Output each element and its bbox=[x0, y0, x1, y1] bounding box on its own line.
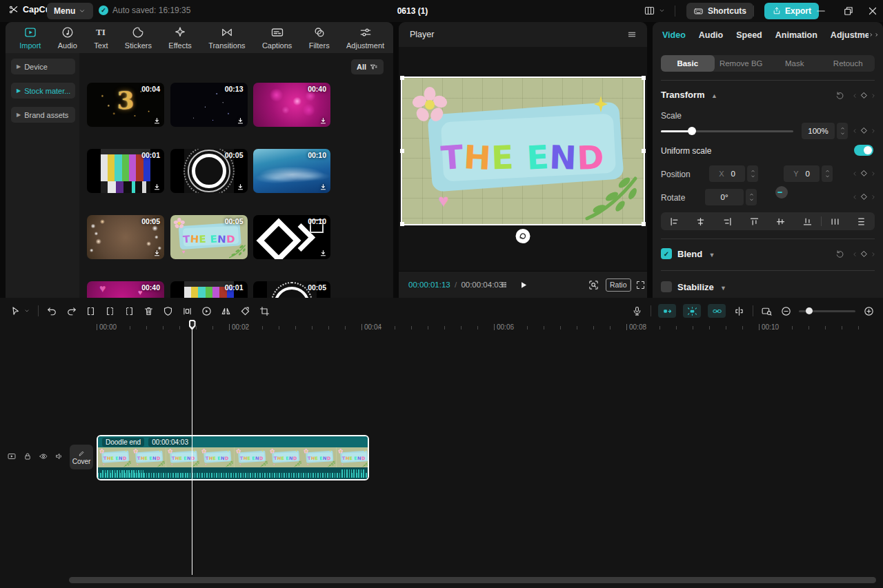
speaker-icon[interactable] bbox=[54, 452, 64, 461]
media-thumbnail-white-ring[interactable]: 00:05 bbox=[170, 149, 248, 193]
split-button[interactable] bbox=[85, 305, 97, 317]
speed-button[interactable] bbox=[201, 305, 212, 317]
sidebar-item-device[interactable]: ▶Device bbox=[11, 59, 75, 74]
record-voiceover-button[interactable] bbox=[631, 305, 643, 317]
align-middle-button[interactable] bbox=[768, 216, 795, 227]
download-icon[interactable] bbox=[319, 116, 328, 125]
media-thumbnail-the-end-doodle[interactable]: THE END♥00:05 bbox=[170, 215, 248, 259]
inspector-tab-video[interactable]: Video bbox=[662, 30, 686, 40]
download-icon[interactable] bbox=[236, 116, 245, 125]
player-menu-icon[interactable] bbox=[626, 29, 637, 40]
mirror-button[interactable] bbox=[220, 305, 232, 317]
scale-keyframe-control[interactable] bbox=[851, 126, 877, 135]
media-tab-stickers[interactable]: Stickers bbox=[117, 26, 161, 50]
split-keep-left-button[interactable] bbox=[104, 305, 116, 317]
fit-timeline-button[interactable] bbox=[761, 305, 773, 317]
fullscreen-icon[interactable] bbox=[635, 280, 646, 290]
media-thumbnail-ocean-waves[interactable]: 00:10 bbox=[253, 149, 330, 193]
download-icon[interactable] bbox=[152, 183, 161, 192]
frame-by-frame-icon[interactable] bbox=[498, 279, 510, 291]
slider-knob[interactable] bbox=[806, 307, 813, 314]
media-thumbnail-color-bars-2[interactable]: 00:01 bbox=[170, 281, 248, 298]
position-keyframe-control[interactable] bbox=[851, 169, 877, 178]
position-y-stepper[interactable] bbox=[822, 165, 833, 182]
preview-quality-icon[interactable] bbox=[588, 279, 599, 291]
timeline-zoom-out-button[interactable] bbox=[780, 305, 792, 317]
blend-checkbox[interactable]: ✓ bbox=[661, 248, 672, 259]
subtab-retouch[interactable]: Retouch bbox=[822, 55, 875, 72]
inspector-tab-animation[interactable]: Animation bbox=[775, 30, 817, 40]
scale-stepper[interactable] bbox=[837, 123, 848, 139]
rotate-dial[interactable] bbox=[775, 186, 788, 199]
video-canvas[interactable]: THE END♥ bbox=[402, 78, 644, 224]
inspector-tab-adjustme[interactable]: Adjustme bbox=[831, 30, 870, 40]
scale-slider[interactable] bbox=[661, 127, 793, 135]
transform-keyframe-control[interactable] bbox=[851, 91, 877, 100]
link-clips-toggle[interactable] bbox=[708, 304, 726, 318]
timeline-ruler[interactable]: 00:0000:0200:0400:0600:0800:10 bbox=[62, 321, 883, 334]
window-close-button[interactable] bbox=[866, 5, 879, 17]
rotate-stepper[interactable] bbox=[746, 189, 757, 205]
crop-button[interactable] bbox=[259, 305, 270, 317]
media-tab-captions[interactable]: Captions bbox=[254, 26, 301, 50]
horizontal-scrollbar[interactable] bbox=[69, 577, 876, 583]
align-top-button[interactable] bbox=[741, 216, 768, 227]
preview-axis-toggle[interactable] bbox=[733, 305, 745, 317]
media-thumbnail-warm-bokeh[interactable]: 00:05 bbox=[87, 215, 164, 259]
shortcuts-button[interactable]: Shortcuts bbox=[686, 3, 753, 19]
blend-header[interactable]: Blend ▼ bbox=[677, 249, 715, 259]
align-center-h-button[interactable] bbox=[688, 216, 715, 227]
timeline-clip[interactable]: Doodle end 00:00:04:03 THE END♥THE END♥T… bbox=[97, 435, 369, 480]
download-icon[interactable] bbox=[152, 249, 161, 258]
media-thumbnail-bw-diamonds[interactable]: 00:10 bbox=[253, 215, 330, 259]
sidebar-item-stock-mater-[interactable]: ▶Stock mater... bbox=[11, 83, 75, 99]
eye-icon[interactable] bbox=[39, 452, 48, 461]
subtab-mask[interactable]: Mask bbox=[768, 55, 822, 72]
undo-button[interactable] bbox=[46, 305, 58, 317]
inspector-tab-speed[interactable]: Speed bbox=[736, 30, 762, 40]
freeze-frame-button[interactable] bbox=[181, 305, 193, 317]
align-bottom-button[interactable] bbox=[794, 216, 821, 227]
uniform-scale-toggle[interactable] bbox=[854, 145, 873, 156]
media-thumbnail-magenta-hearts[interactable]: ♥♥00:40 bbox=[87, 281, 164, 298]
reset-transform-icon[interactable] bbox=[835, 90, 845, 101]
media-tab-effects[interactable]: Effects bbox=[160, 26, 200, 50]
cover-button[interactable]: Cover bbox=[70, 445, 93, 469]
position-x-stepper[interactable] bbox=[747, 165, 758, 182]
blend-keyframe-control[interactable] bbox=[851, 250, 877, 258]
position-x-field[interactable]: X 0 bbox=[709, 165, 745, 182]
media-tab-filters[interactable]: Filters bbox=[301, 26, 338, 50]
select-tool-button[interactable] bbox=[10, 305, 21, 317]
split-keep-right-button[interactable] bbox=[123, 305, 135, 317]
menu-button[interactable]: Menu bbox=[47, 3, 93, 19]
layout-switch-button[interactable] bbox=[644, 5, 666, 17]
download-icon[interactable] bbox=[152, 116, 161, 125]
scale-value-field[interactable]: 100% bbox=[802, 123, 835, 139]
rotate-keyframe-control[interactable] bbox=[851, 192, 877, 201]
download-icon[interactable] bbox=[319, 249, 328, 258]
media-thumbnail-magenta-bokeh[interactable]: 00:40 bbox=[253, 83, 330, 127]
inspector-tab-audio[interactable]: Audio bbox=[699, 30, 723, 40]
media-tab-transitions[interactable]: Transitions bbox=[200, 26, 254, 50]
align-left-button[interactable] bbox=[661, 216, 688, 227]
more-tabs-chevron-icon[interactable] bbox=[869, 30, 879, 40]
subtab-remove-bg[interactable]: Remove BG bbox=[715, 55, 768, 72]
mask-button[interactable] bbox=[162, 305, 174, 317]
transform-header[interactable]: Transform ▲ bbox=[661, 90, 717, 100]
media-tab-import[interactable]: Import bbox=[11, 26, 50, 50]
media-thumbnail-countdown-3[interactable]: 300:04 bbox=[87, 83, 164, 127]
slider-knob[interactable] bbox=[688, 127, 696, 135]
download-icon[interactable] bbox=[319, 183, 328, 192]
stabilize-header[interactable]: Stabilize ▼ bbox=[677, 282, 726, 292]
subtab-basic[interactable]: Basic bbox=[661, 55, 715, 72]
media-thumbnail-color-bars[interactable]: 00:01 bbox=[87, 149, 164, 193]
media-tab-text[interactable]: TIText bbox=[86, 26, 117, 50]
window-minimize-button[interactable] bbox=[815, 5, 827, 17]
rotate-handle[interactable] bbox=[516, 229, 530, 243]
select-tool-chevron[interactable] bbox=[23, 307, 30, 314]
media-thumbnail-dark-sparkles[interactable]: 00:13 bbox=[170, 83, 248, 127]
filter-button[interactable]: All bbox=[351, 59, 384, 74]
ratio-button[interactable]: Ratio bbox=[606, 278, 631, 292]
timeline-zoom-in-button[interactable] bbox=[863, 305, 875, 317]
align-right-button[interactable] bbox=[714, 216, 741, 227]
